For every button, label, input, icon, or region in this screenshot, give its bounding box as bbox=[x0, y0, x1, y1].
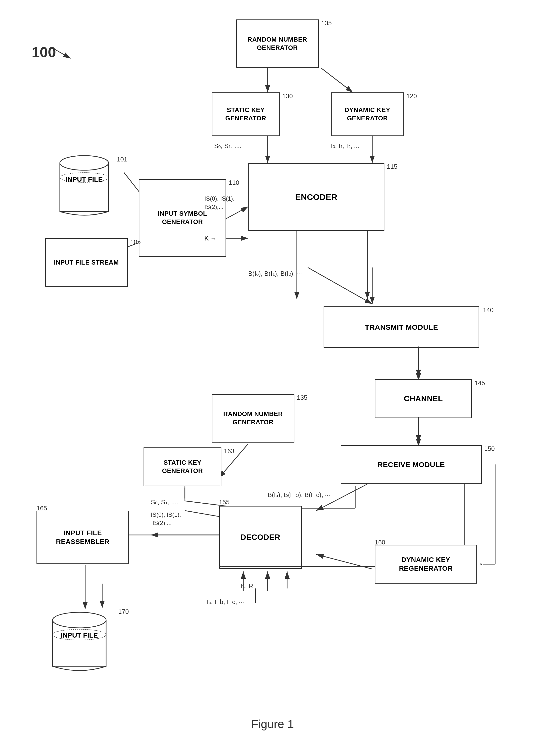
channel-box: CHANNEL bbox=[375, 379, 472, 418]
i0-i1-i2-label: I₀, I₁, I₂, ... bbox=[331, 142, 359, 150]
input-file-reassembler-ref: 165 bbox=[36, 505, 47, 512]
svg-line-3 bbox=[321, 68, 353, 92]
random-number-generator-top-ref: 135 bbox=[321, 19, 332, 27]
input-file-bottom-ref: 170 bbox=[118, 608, 129, 615]
input-file-stream-box: INPUT FILE STREAM bbox=[45, 238, 128, 287]
ia-ib-ic-label: Iₐ, I_b, I_c, ··· bbox=[207, 598, 244, 606]
channel-ref: 145 bbox=[474, 379, 485, 387]
svg-line-26 bbox=[53, 49, 71, 58]
dynamic-key-generator-box: DYNAMIC KEY GENERATOR bbox=[331, 92, 404, 136]
static-key-generator-top-box: STATIC KEY GENERATOR bbox=[212, 92, 280, 136]
dynamic-key-regenerator-ref: 160 bbox=[375, 539, 385, 546]
ref-arrow bbox=[49, 44, 78, 63]
input-file-bottom-cylinder: INPUT FILE bbox=[45, 608, 113, 676]
input-symbol-generator-box: INPUT SYMBOL GENERATOR bbox=[139, 179, 226, 257]
channel-receive-arrow bbox=[394, 416, 443, 450]
cylinder-svg-top bbox=[53, 151, 116, 221]
dynamic-key-regenerator-box: DYNAMIC KEY REGENERATOR bbox=[375, 545, 477, 584]
svg-point-55 bbox=[53, 612, 106, 628]
input-file-reassembler-box: INPUT FILE REASSEMBLER bbox=[36, 511, 129, 564]
random-number-generator-bottom-ref: 135 bbox=[297, 394, 307, 401]
reassembler-to-file-arrow bbox=[71, 564, 100, 613]
static-key-generator-bottom-ref: 163 bbox=[224, 447, 234, 455]
input-file-stream-ref: 105 bbox=[130, 238, 141, 246]
k-top-label: K → bbox=[204, 235, 217, 242]
is-top-label: IS(0), IS(1),IS(2),... bbox=[204, 195, 234, 211]
static-key-generator-bottom-box: STATIC KEY GENERATOR bbox=[143, 447, 221, 486]
is-bottom-label: IS(0), IS(1), IS(2),... bbox=[151, 511, 181, 527]
dynamic-key-generator-ref: 120 bbox=[406, 92, 417, 100]
encoder-box: ENCODER bbox=[248, 163, 385, 231]
s0-s1-top-label: S₀, S₁, .... bbox=[214, 142, 241, 150]
random-number-generator-bottom-box: RANDOM NUMBER GENERATOR bbox=[212, 394, 295, 443]
receive-module-box: RECEIVE MODULE bbox=[341, 445, 482, 484]
encoder-ref: 115 bbox=[387, 163, 397, 170]
random-number-generator-top-box: RANDOM NUMBER GENERATOR bbox=[236, 19, 319, 68]
input-file-top-ref: 101 bbox=[117, 156, 127, 163]
transmit-module-box: TRANSMIT MODULE bbox=[324, 306, 479, 348]
figure-label: Figure 1 bbox=[231, 717, 314, 731]
static-key-generator-top-ref: 130 bbox=[282, 92, 293, 100]
svg-point-29 bbox=[60, 156, 108, 170]
diagram-container: 100 RANDOM NUMBER GENERATOR 135 STATIC K… bbox=[0, 0, 545, 756]
transmit-module-ref: 140 bbox=[483, 306, 493, 314]
dynkey-to-decoder-arrow bbox=[219, 554, 377, 579]
input-symbol-generator-ref: 110 bbox=[229, 179, 239, 187]
receive-to-dynkey-arrow bbox=[481, 445, 510, 591]
input-file-bottom-label: INPUT FILE bbox=[45, 631, 113, 640]
cylinder-svg-bottom bbox=[45, 608, 113, 676]
input-file-top-label: INPUT FILE bbox=[53, 175, 116, 184]
transmit-channel-arrow bbox=[394, 345, 443, 384]
decoder-ref: 155 bbox=[219, 498, 229, 506]
input-file-top-cylinder: INPUT FILE bbox=[53, 151, 116, 221]
